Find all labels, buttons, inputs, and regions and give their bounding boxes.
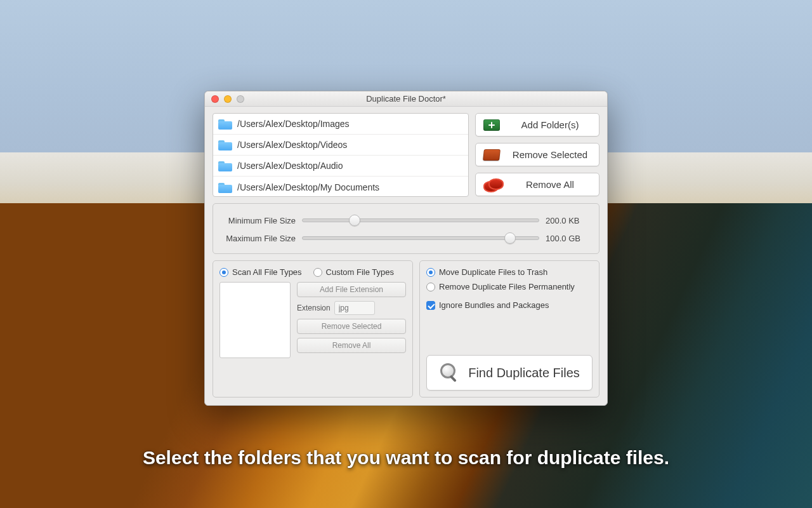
radio-move-to-trash[interactable]: Move Duplicate Files to Trash [426,267,593,277]
folder-plus-icon [483,119,500,131]
radio-remove-permanently[interactable]: Remove Duplicate Files Permanently [426,282,593,291]
checkbox-ignore-bundles[interactable]: Ignore Bundles and Packages [426,300,593,310]
size-filter-section: Minimum File Size 200.0 KB Maximum File … [213,203,599,254]
radio-icon [426,283,435,291]
radio-icon [313,268,322,277]
add-folders-button[interactable]: Add Folder(s) [475,113,599,137]
remove-extension-all-button[interactable]: Remove All [297,338,406,353]
folder-path: /Users/Alex/Desktop/Audio [237,161,343,171]
folder-list-item[interactable]: /Users/Alex/Desktop/Images [213,114,468,135]
folder-icon [218,182,232,193]
promo-caption: Select the folders that you want to scan… [0,447,812,469]
radio-icon [426,268,435,277]
extension-label: Extension [297,304,331,312]
checkbox-icon [426,301,435,310]
folder-icon [218,118,232,130]
folder-icon [218,160,232,171]
folder-minus-icon [483,149,501,161]
magnifier-icon [439,363,458,382]
max-size-label: Maximum File Size [222,234,296,243]
window-title: Duplicate File Doctor* [205,94,607,104]
add-extension-button[interactable]: Add File Extension [297,282,406,297]
folder-list-item[interactable]: /Users/Alex/Desktop/Audio [213,156,468,177]
extension-list[interactable] [219,282,291,358]
remove-all-icon [483,178,500,191]
extension-input[interactable] [334,301,375,315]
options-section: Move Duplicate Files to Trash Remove Dup… [419,260,599,398]
radio-scan-all[interactable]: Scan All File Types [219,267,302,277]
remove-all-button[interactable]: Remove All [475,173,599,196]
titlebar: Duplicate File Doctor* [205,91,607,107]
max-size-slider[interactable] [302,236,539,240]
file-types-section: Scan All File Types Custom File Types Ad… [213,260,413,398]
folder-icon [218,139,232,150]
min-size-value: 200.0 KB [546,216,590,225]
find-duplicates-button[interactable]: Find Duplicate Files [426,355,593,391]
folder-path: /Users/Alex/Desktop/My Documents [237,182,379,192]
max-size-value: 100.0 GB [546,234,590,243]
folder-list[interactable]: /Users/Alex/Desktop/Images /Users/Alex/D… [213,113,469,197]
remove-selected-button[interactable]: Remove Selected [475,143,599,166]
min-size-slider[interactable] [302,218,539,222]
app-window: Duplicate File Doctor* /Users/Alex/Deskt… [204,91,608,406]
remove-extension-selected-button[interactable]: Remove Selected [297,319,406,334]
folder-list-item[interactable]: /Users/Alex/Desktop/Videos [213,135,468,156]
folder-list-item[interactable]: /Users/Alex/Desktop/My Documents [213,177,468,197]
folder-path: /Users/Alex/Desktop/Videos [237,140,347,150]
min-size-label: Minimum File Size [222,216,296,225]
slider-knob[interactable] [504,232,516,244]
radio-icon [219,268,228,277]
slider-knob[interactable] [349,215,360,226]
folder-path: /Users/Alex/Desktop/Images [237,119,350,129]
radio-custom-types[interactable]: Custom File Types [313,267,394,277]
